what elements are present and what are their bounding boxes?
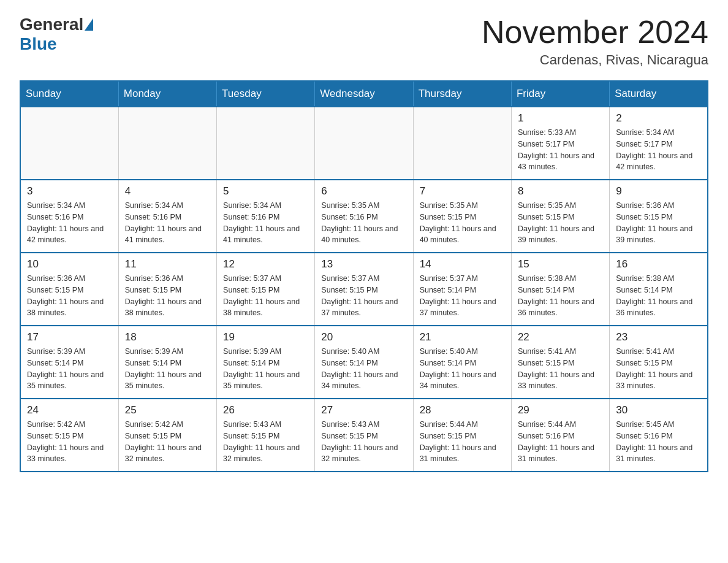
day-info: Sunrise: 5:41 AMSunset: 5:15 PMDaylight:… xyxy=(518,346,603,392)
calendar-cell: 25Sunrise: 5:42 AMSunset: 5:15 PMDayligh… xyxy=(118,399,216,472)
day-number: 17 xyxy=(27,331,112,343)
day-info: Sunrise: 5:43 AMSunset: 5:15 PMDaylight:… xyxy=(321,419,406,465)
calendar-cell: 26Sunrise: 5:43 AMSunset: 5:15 PMDayligh… xyxy=(217,399,315,472)
calendar-cell: 11Sunrise: 5:36 AMSunset: 5:15 PMDayligh… xyxy=(118,253,216,326)
day-info: Sunrise: 5:40 AMSunset: 5:14 PMDaylight:… xyxy=(321,346,406,392)
calendar-cell: 6Sunrise: 5:35 AMSunset: 5:16 PMDaylight… xyxy=(315,180,413,253)
calendar-cell xyxy=(315,107,413,180)
day-info: Sunrise: 5:39 AMSunset: 5:14 PMDaylight:… xyxy=(125,346,210,392)
calendar-cell: 13Sunrise: 5:37 AMSunset: 5:15 PMDayligh… xyxy=(315,253,413,326)
calendar-cell: 17Sunrise: 5:39 AMSunset: 5:14 PMDayligh… xyxy=(20,326,118,399)
calendar-cell: 3Sunrise: 5:34 AMSunset: 5:16 PMDaylight… xyxy=(20,180,118,253)
calendar-cell: 12Sunrise: 5:37 AMSunset: 5:15 PMDayligh… xyxy=(217,253,315,326)
calendar-cell xyxy=(118,107,216,180)
day-number: 12 xyxy=(223,258,308,270)
weekday-header-monday: Monday xyxy=(118,81,216,107)
day-number: 4 xyxy=(125,185,210,197)
logo-triangle-icon xyxy=(85,18,93,31)
day-number: 9 xyxy=(616,185,701,197)
day-info: Sunrise: 5:44 AMSunset: 5:15 PMDaylight:… xyxy=(420,419,505,465)
location-text: Cardenas, Rivas, Nicaragua xyxy=(482,52,708,68)
calendar-cell: 18Sunrise: 5:39 AMSunset: 5:14 PMDayligh… xyxy=(118,326,216,399)
day-info: Sunrise: 5:39 AMSunset: 5:14 PMDaylight:… xyxy=(27,346,112,392)
day-info: Sunrise: 5:44 AMSunset: 5:16 PMDaylight:… xyxy=(518,419,603,465)
calendar-cell: 15Sunrise: 5:38 AMSunset: 5:14 PMDayligh… xyxy=(511,253,609,326)
day-number: 30 xyxy=(616,404,701,416)
day-info: Sunrise: 5:34 AMSunset: 5:16 PMDaylight:… xyxy=(125,200,210,246)
calendar-cell: 16Sunrise: 5:38 AMSunset: 5:14 PMDayligh… xyxy=(610,253,708,326)
calendar-week-row: 3Sunrise: 5:34 AMSunset: 5:16 PMDaylight… xyxy=(20,180,708,253)
month-title: November 2024 xyxy=(482,15,708,50)
calendar-week-row: 1Sunrise: 5:33 AMSunset: 5:17 PMDaylight… xyxy=(20,107,708,180)
day-info: Sunrise: 5:34 AMSunset: 5:16 PMDaylight:… xyxy=(27,200,112,246)
weekday-header-tuesday: Tuesday xyxy=(217,81,315,107)
day-info: Sunrise: 5:36 AMSunset: 5:15 PMDaylight:… xyxy=(616,200,701,246)
day-info: Sunrise: 5:34 AMSunset: 5:17 PMDaylight:… xyxy=(616,127,701,173)
day-number: 6 xyxy=(321,185,406,197)
day-info: Sunrise: 5:35 AMSunset: 5:15 PMDaylight:… xyxy=(420,200,505,246)
day-number: 24 xyxy=(27,404,112,416)
day-number: 15 xyxy=(518,258,603,270)
day-info: Sunrise: 5:37 AMSunset: 5:15 PMDaylight:… xyxy=(223,273,308,319)
calendar-cell: 22Sunrise: 5:41 AMSunset: 5:15 PMDayligh… xyxy=(511,326,609,399)
weekday-header-sunday: Sunday xyxy=(20,81,118,107)
day-number: 10 xyxy=(27,258,112,270)
calendar-cell: 4Sunrise: 5:34 AMSunset: 5:16 PMDaylight… xyxy=(118,180,216,253)
calendar-cell xyxy=(413,107,511,180)
calendar-cell: 14Sunrise: 5:37 AMSunset: 5:14 PMDayligh… xyxy=(413,253,511,326)
day-number: 25 xyxy=(125,404,210,416)
day-number: 21 xyxy=(420,331,505,343)
calendar-cell: 23Sunrise: 5:41 AMSunset: 5:15 PMDayligh… xyxy=(610,326,708,399)
calendar-cell: 28Sunrise: 5:44 AMSunset: 5:15 PMDayligh… xyxy=(413,399,511,472)
calendar-week-row: 24Sunrise: 5:42 AMSunset: 5:15 PMDayligh… xyxy=(20,399,708,472)
calendar-cell: 21Sunrise: 5:40 AMSunset: 5:14 PMDayligh… xyxy=(413,326,511,399)
title-section: November 2024 Cardenas, Rivas, Nicaragua xyxy=(482,15,708,68)
weekday-header-friday: Friday xyxy=(511,81,609,107)
calendar-cell: 7Sunrise: 5:35 AMSunset: 5:15 PMDaylight… xyxy=(413,180,511,253)
calendar-cell: 20Sunrise: 5:40 AMSunset: 5:14 PMDayligh… xyxy=(315,326,413,399)
day-info: Sunrise: 5:43 AMSunset: 5:15 PMDaylight:… xyxy=(223,419,308,465)
day-info: Sunrise: 5:37 AMSunset: 5:14 PMDaylight:… xyxy=(420,273,505,319)
page-header: General Blue November 2024 Cardenas, Riv… xyxy=(20,15,708,68)
day-info: Sunrise: 5:40 AMSunset: 5:14 PMDaylight:… xyxy=(420,346,505,392)
calendar-table: SundayMondayTuesdayWednesdayThursdayFrid… xyxy=(20,80,708,472)
logo-blue-text: Blue xyxy=(20,34,57,53)
weekday-header-wednesday: Wednesday xyxy=(315,81,413,107)
day-info: Sunrise: 5:33 AMSunset: 5:17 PMDaylight:… xyxy=(518,127,603,173)
calendar-cell: 19Sunrise: 5:39 AMSunset: 5:14 PMDayligh… xyxy=(217,326,315,399)
calendar-cell xyxy=(217,107,315,180)
day-info: Sunrise: 5:36 AMSunset: 5:15 PMDaylight:… xyxy=(125,273,210,319)
day-number: 23 xyxy=(616,331,701,343)
weekday-header-row: SundayMondayTuesdayWednesdayThursdayFrid… xyxy=(20,81,708,107)
day-info: Sunrise: 5:45 AMSunset: 5:16 PMDaylight:… xyxy=(616,419,701,465)
calendar-cell: 29Sunrise: 5:44 AMSunset: 5:16 PMDayligh… xyxy=(511,399,609,472)
calendar-cell: 24Sunrise: 5:42 AMSunset: 5:15 PMDayligh… xyxy=(20,399,118,472)
day-number: 28 xyxy=(420,404,505,416)
calendar-cell: 10Sunrise: 5:36 AMSunset: 5:15 PMDayligh… xyxy=(20,253,118,326)
calendar-cell: 5Sunrise: 5:34 AMSunset: 5:16 PMDaylight… xyxy=(217,180,315,253)
day-number: 5 xyxy=(223,185,308,197)
day-info: Sunrise: 5:42 AMSunset: 5:15 PMDaylight:… xyxy=(27,419,112,465)
day-info: Sunrise: 5:37 AMSunset: 5:15 PMDaylight:… xyxy=(321,273,406,319)
day-number: 16 xyxy=(616,258,701,270)
calendar-cell: 2Sunrise: 5:34 AMSunset: 5:17 PMDaylight… xyxy=(610,107,708,180)
day-info: Sunrise: 5:38 AMSunset: 5:14 PMDaylight:… xyxy=(518,273,603,319)
day-number: 20 xyxy=(321,331,406,343)
day-info: Sunrise: 5:39 AMSunset: 5:14 PMDaylight:… xyxy=(223,346,308,392)
day-number: 14 xyxy=(420,258,505,270)
day-number: 2 xyxy=(616,112,701,124)
day-number: 3 xyxy=(27,185,112,197)
day-info: Sunrise: 5:36 AMSunset: 5:15 PMDaylight:… xyxy=(27,273,112,319)
day-number: 19 xyxy=(223,331,308,343)
day-info: Sunrise: 5:35 AMSunset: 5:16 PMDaylight:… xyxy=(321,200,406,246)
calendar-cell: 1Sunrise: 5:33 AMSunset: 5:17 PMDaylight… xyxy=(511,107,609,180)
day-number: 8 xyxy=(518,185,603,197)
weekday-header-saturday: Saturday xyxy=(610,81,708,107)
logo: General Blue xyxy=(20,15,94,54)
logo-general-text: General xyxy=(20,15,83,34)
day-number: 1 xyxy=(518,112,603,124)
day-number: 26 xyxy=(223,404,308,416)
day-number: 18 xyxy=(125,331,210,343)
calendar-week-row: 17Sunrise: 5:39 AMSunset: 5:14 PMDayligh… xyxy=(20,326,708,399)
day-number: 7 xyxy=(420,185,505,197)
